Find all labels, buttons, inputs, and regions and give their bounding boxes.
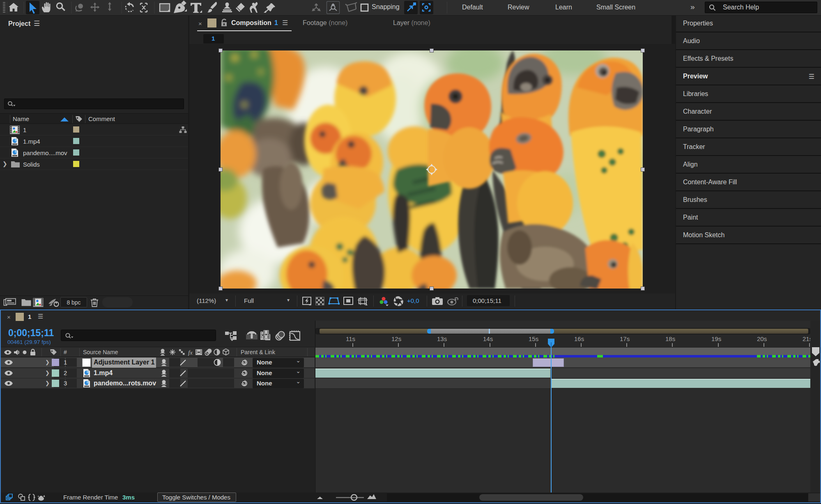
svg-text:fx: fx: [188, 349, 193, 356]
